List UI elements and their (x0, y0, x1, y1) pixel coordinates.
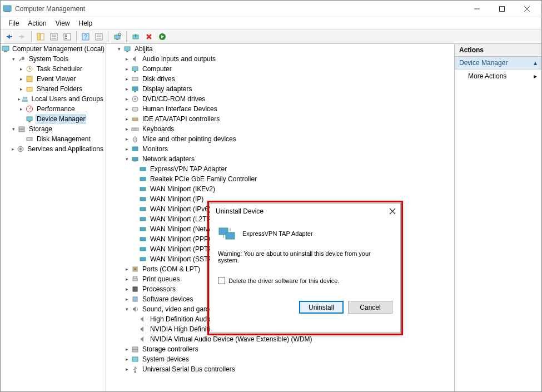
category-item[interactable]: ▸Mice and other pointing devices (107, 134, 453, 144)
enable-device-button[interactable] (156, 31, 168, 43)
back-button[interactable] (3, 31, 15, 43)
category-item[interactable]: ▸DVD/CD-ROM drives (107, 94, 453, 104)
svg-rect-9 (41, 33, 44, 40)
properties-button[interactable] (48, 31, 60, 43)
chevron-right-icon[interactable]: ▸ (17, 95, 21, 103)
chevron-right-icon[interactable]: ▸ (17, 105, 25, 113)
tree-shared-folders[interactable]: ▸ Shared Folders (2, 84, 105, 94)
tree-device-manager[interactable]: ▸ Device Manager (2, 114, 105, 124)
svg-rect-68 (140, 167, 146, 171)
svg-rect-77 (140, 257, 146, 261)
chevron-right-icon[interactable]: ▸ (123, 265, 131, 273)
chevron-right-icon[interactable]: ▸ (123, 115, 131, 123)
category-item[interactable]: ▸Storage controllers (107, 344, 453, 354)
maximize-button[interactable] (489, 1, 514, 17)
category-item[interactable]: ▸IDE ATA/ATAPI controllers (107, 114, 453, 124)
svg-rect-66 (132, 157, 138, 161)
menu-file[interactable]: File (4, 18, 23, 28)
chevron-right-icon[interactable]: ▸ (9, 145, 17, 153)
chevron-right-icon[interactable]: ▸ (123, 125, 131, 133)
actions-more[interactable]: More Actions ▸ (455, 70, 541, 83)
chevron-right-icon[interactable]: ▸ (123, 295, 131, 303)
chevron-right-icon[interactable]: ▸ (123, 145, 131, 153)
network-adapter-item[interactable]: ▸WAN Miniport (IKEv2) (107, 184, 453, 194)
scan-hardware-button[interactable] (111, 31, 123, 43)
dialog-close-button[interactable] (389, 208, 396, 215)
details-button[interactable] (93, 31, 105, 43)
category-label: System devices (141, 355, 190, 364)
chevron-right-icon[interactable]: ▸ (123, 65, 131, 73)
category-item[interactable]: ▸Monitors (107, 144, 453, 154)
delete-driver-checkbox[interactable] (218, 277, 225, 284)
menu-action[interactable]: Action (23, 18, 51, 28)
collapse-icon[interactable]: ▴ (534, 59, 537, 67)
menu-view[interactable]: View (51, 18, 74, 28)
minimize-button[interactable] (464, 1, 489, 17)
chevron-right-icon[interactable]: ▸ (17, 85, 25, 93)
svg-point-48 (31, 138, 32, 140)
network-adapter-icon (138, 175, 147, 183)
chevron-right-icon[interactable]: ▸ (123, 75, 131, 83)
tree-local-users[interactable]: ▸ Local Users and Groups (2, 94, 105, 104)
chevron-right-icon[interactable]: ▸ (17, 75, 25, 83)
update-driver-button[interactable] (130, 31, 142, 43)
chevron-right-icon[interactable]: ▸ (123, 285, 131, 293)
chevron-down-icon[interactable]: ▾ (123, 155, 131, 163)
category-item[interactable]: ▸Audio inputs and outputs (107, 54, 453, 64)
tree-root[interactable]: Computer Management (Local) (2, 44, 105, 54)
chevron-down-icon[interactable]: ▾ (123, 305, 131, 313)
svg-rect-31 (2, 46, 9, 51)
list-button[interactable] (61, 31, 73, 43)
chevron-right-icon[interactable]: ▸ (17, 65, 25, 73)
tree-storage[interactable]: ▾ Storage (2, 124, 105, 134)
cancel-button[interactable]: Cancel (348, 301, 392, 314)
network-adapter-icon (218, 226, 236, 241)
category-item[interactable]: ▸Universal Serial Bus controllers (107, 364, 453, 374)
category-item[interactable]: ▸Human Interface Devices (107, 104, 453, 114)
svg-rect-71 (140, 197, 146, 201)
tree-performance[interactable]: ▸ Performance (2, 104, 105, 114)
category-label: Software devices (141, 295, 194, 304)
network-adapter-item[interactable]: ▸Realtek PCIe GbE Family Controller (107, 174, 453, 184)
category-item[interactable]: ▸System devices (107, 354, 453, 364)
chevron-right-icon[interactable]: ▸ (123, 105, 131, 113)
close-button[interactable] (514, 1, 539, 17)
chevron-right-icon[interactable]: ▸ (123, 55, 131, 63)
chevron-down-icon[interactable]: ▾ (9, 55, 17, 63)
tree-task-scheduler[interactable]: ▸ Task Scheduler (2, 64, 105, 74)
show-hide-tree-button[interactable] (34, 31, 47, 43)
uninstall-button[interactable]: Uninstall (299, 301, 344, 314)
svg-rect-36 (27, 76, 32, 82)
category-item[interactable]: ▸Computer (107, 64, 453, 74)
tree-system-tools[interactable]: ▾ System Tools (2, 54, 105, 64)
menu-help[interactable]: Help (74, 18, 97, 28)
chevron-right-icon[interactable]: ▸ (123, 275, 131, 283)
chevron-down-icon[interactable]: ▾ (9, 125, 17, 133)
help-button[interactable]: ? (79, 31, 92, 43)
category-item[interactable]: ▸Keyboards (107, 124, 453, 134)
svg-point-79 (135, 269, 136, 270)
device-root[interactable]: ▾ Abijita (107, 44, 453, 54)
speaker-icon (138, 335, 147, 344)
chevron-right-icon[interactable]: ▸ (123, 85, 131, 93)
chevron-right-icon[interactable]: ▸ (123, 355, 131, 363)
category-item[interactable]: ▸Display adapters (107, 84, 453, 94)
forward-button[interactable] (16, 31, 28, 43)
uninstall-device-button[interactable] (143, 31, 155, 43)
category-icon (131, 285, 140, 294)
chevron-right-icon[interactable]: ▸ (123, 345, 131, 353)
category-network-adapters[interactable]: ▾ Network adapters (107, 154, 453, 164)
network-adapter-item[interactable]: ▸ExpressVPN TAP Adapter (107, 164, 453, 174)
chevron-right-icon[interactable]: ▸ (123, 365, 131, 373)
category-item[interactable]: ▸Disk drives (107, 74, 453, 84)
tree-services[interactable]: ▸ Services and Applications (2, 144, 105, 154)
chevron-right-icon[interactable]: ▸ (123, 95, 131, 103)
adapter-label: WAN Miniport (SSTP) (149, 255, 216, 264)
chevron-down-icon[interactable]: ▾ (115, 45, 123, 53)
audio-device-item[interactable]: ▸NVIDIA Virtual Audio Device (Wave Exten… (107, 334, 453, 344)
tree-disk-management[interactable]: ▸ Disk Management (2, 134, 105, 144)
tree-event-viewer[interactable]: ▸ Event Viewer (2, 74, 105, 84)
chevron-right-icon[interactable]: ▸ (123, 135, 131, 143)
console-tree[interactable]: Computer Management (Local) ▾ System Too… (1, 44, 106, 391)
actions-section[interactable]: Device Manager ▴ (455, 57, 541, 70)
